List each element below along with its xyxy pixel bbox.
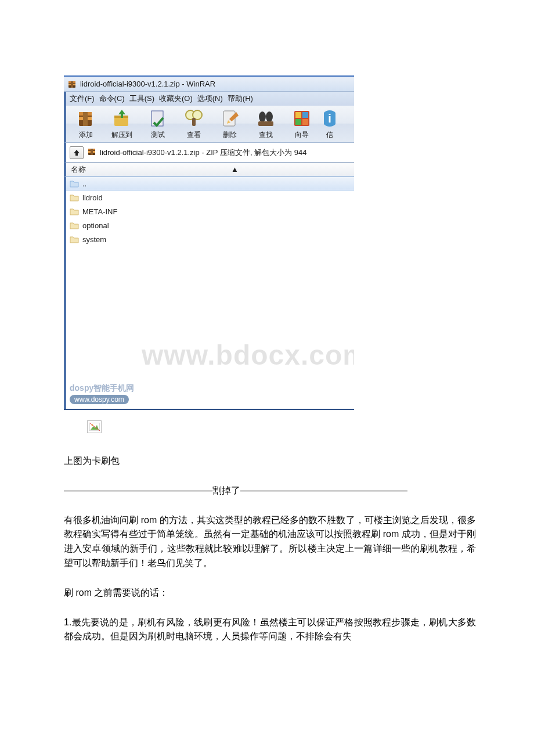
svg-text:i: i [328, 112, 331, 125]
info-icon: i [324, 108, 335, 129]
path-bar: lidroid-official-i9300-v1.2.1.zip - ZIP … [64, 143, 354, 163]
svg-rect-34 [91, 149, 93, 155]
folder-icon [70, 207, 79, 216]
svg-point-20 [259, 111, 266, 122]
missing-image-placeholder [87, 420, 102, 433]
list-item[interactable]: optional [66, 218, 354, 232]
svg-rect-22 [258, 121, 273, 126]
toolbar-extract-button[interactable]: 解压到 [108, 108, 136, 140]
paragraph: 刷 rom 之前需要说的话： [64, 586, 476, 600]
list-item[interactable]: lidroid [66, 190, 354, 204]
svg-rect-16 [192, 118, 196, 126]
add-icon [75, 108, 96, 129]
toolbar-add-button[interactable]: 添加 [72, 108, 100, 140]
watermark-logo: dospy智能手机网 www.dospy.com [70, 383, 134, 404]
file-list: .. lidroid META-INF optional [64, 177, 354, 409]
winrar-screenshot: lidroid-official-i9300-v1.2.1.zip - WinR… [64, 75, 354, 410]
view-icon [183, 108, 204, 129]
paragraph: 1.最先要说的是，刷机有风险，线刷更有风险！虽然楼主可以保证严格按照教程步骤走，… [64, 615, 476, 645]
toolbar-view-button[interactable]: 查看 [180, 108, 208, 140]
test-icon [147, 108, 168, 129]
menubar: 文件(F) 命令(C) 工具(S) 收藏夹(O) 选项(N) 帮助(H) [64, 92, 354, 106]
list-item-parent[interactable]: .. [66, 177, 354, 190]
toolbar: 添加 解压到 [64, 106, 354, 143]
window-titlebar: lidroid-official-i9300-v1.2.1.zip - WinR… [64, 77, 354, 92]
col-name-label: 名称 [71, 164, 86, 175]
svg-rect-24 [295, 112, 301, 118]
menu-file[interactable]: 文件(F) [70, 93, 95, 104]
up-button[interactable] [70, 146, 84, 159]
svg-rect-26 [295, 119, 301, 125]
menu-favorites[interactable]: 收藏夹(O) [159, 93, 193, 104]
extract-icon [111, 108, 132, 129]
separator-line: ————————————————割掉了—————————————————— [64, 484, 476, 498]
folder-icon [70, 221, 79, 230]
svg-rect-11 [121, 113, 123, 118]
svg-rect-7 [83, 112, 88, 126]
delete-icon [219, 108, 240, 129]
toolbar-test-button[interactable]: 测试 [144, 108, 172, 140]
folder-icon [70, 235, 79, 244]
archive-icon [87, 147, 96, 159]
list-item[interactable]: META-INF [66, 204, 354, 218]
menu-help[interactable]: 帮助(H) [228, 93, 253, 104]
toolbar-find-button[interactable]: 查找 [252, 108, 280, 140]
menu-command[interactable]: 命令(C) [99, 93, 125, 104]
svg-rect-27 [302, 119, 308, 125]
svg-rect-3 [71, 81, 73, 88]
folder-up-icon [70, 179, 79, 188]
watermark-text: www.bdocx.com [142, 339, 354, 371]
column-header[interactable]: 名称 ▲ [64, 163, 354, 177]
toolbar-info-button[interactable]: i 信 [324, 108, 335, 140]
sort-indicator-icon: ▲ [231, 165, 239, 174]
toolbar-delete-button[interactable]: 删除 [216, 108, 244, 140]
svg-rect-25 [302, 112, 308, 118]
path-text: lidroid-official-i9300-v1.2.1.zip - ZIP … [100, 147, 306, 158]
list-item[interactable]: system [66, 232, 354, 246]
paragraph: 有很多机油询问刷 rom 的方法，其实这类型的教程已经多的数不胜数了，可楼主浏览… [64, 513, 476, 571]
article-body: 上图为卡刷包 ————————————————割掉了——————————————… [64, 454, 476, 644]
winrar-app-icon [67, 80, 77, 89]
menu-tools[interactable]: 工具(S) [129, 93, 154, 104]
window-title: lidroid-official-i9300-v1.2.1.zip - WinR… [80, 80, 215, 88]
folder-icon [70, 193, 79, 202]
svg-point-21 [266, 111, 273, 122]
menu-options[interactable]: 选项(N) [197, 93, 223, 104]
toolbar-wizard-button[interactable]: 向导 [288, 108, 316, 140]
svg-marker-30 [74, 150, 80, 156]
caption-text: 上图为卡刷包 [64, 454, 476, 469]
find-icon [255, 108, 276, 129]
wizard-icon [291, 108, 312, 129]
